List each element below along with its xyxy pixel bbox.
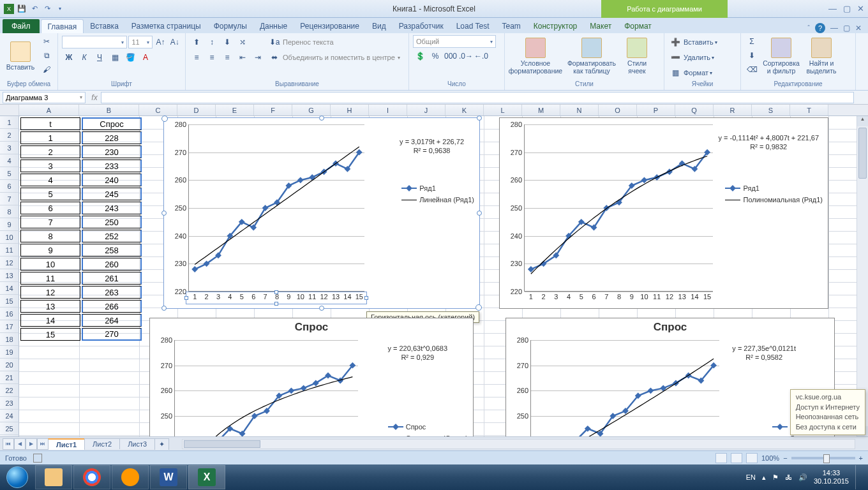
tab-design[interactable]: Конструктор	[527, 19, 583, 33]
normal-view-icon[interactable]	[715, 453, 727, 463]
fill-icon[interactable]: ⬇	[745, 49, 759, 62]
format-table-button[interactable]: Форматировать как таблицу	[565, 35, 618, 77]
row-header[interactable]: 6	[0, 180, 19, 193]
inc-decimal-icon[interactable]: .0→	[459, 50, 473, 63]
row-header[interactable]: 5	[0, 167, 19, 180]
cond-format-button[interactable]: Условное форматирование	[509, 35, 562, 77]
wrap-text-icon[interactable]: ⬇a	[267, 36, 281, 48]
taskbar-explorer[interactable]	[35, 465, 72, 489]
plot-area[interactable]: 2202302402502602702801234567891011121314…	[524, 124, 713, 292]
col-header[interactable]: D	[177, 105, 216, 115]
align-left-icon[interactable]: ≡	[190, 51, 204, 64]
vertical-scrollbar[interactable]: ▲ ▼	[857, 116, 868, 436]
tab-loadtest[interactable]: Load Test	[450, 19, 496, 33]
col-header[interactable]: F	[254, 105, 292, 115]
tab-formulas[interactable]: Формулы	[207, 19, 253, 33]
indent-dec-icon[interactable]: ⇤	[236, 51, 250, 64]
sheet-tab[interactable]: Лист3	[119, 438, 155, 449]
help-icon[interactable]: ?	[815, 23, 825, 33]
macro-record-icon[interactable]	[33, 454, 42, 463]
col-header[interactable]: H	[331, 105, 369, 115]
new-sheet-tab[interactable]: ✦	[154, 438, 169, 450]
col-header[interactable]: G	[292, 105, 331, 115]
row-header[interactable]: 10	[0, 231, 19, 244]
align-middle-icon[interactable]: ↕	[205, 36, 219, 48]
delete-cells-icon[interactable]: ➖	[668, 51, 682, 64]
cell-styles-button[interactable]: Стили ячеек	[621, 35, 653, 77]
bold-icon[interactable]: Ж	[62, 51, 76, 64]
taskbar-media[interactable]	[112, 465, 149, 489]
name-box[interactable]: Диаграмма 3	[3, 92, 86, 103]
col-header[interactable]: R	[714, 105, 752, 115]
row-header[interactable]: 7	[0, 193, 19, 205]
format-cells-icon[interactable]: ▦	[668, 66, 682, 79]
indent-inc-icon[interactable]: ⇥	[251, 51, 265, 64]
tab-layout[interactable]: Разметка страницы	[125, 19, 207, 33]
row-header[interactable]: 14	[0, 282, 19, 295]
sheet-nav-prev-icon[interactable]: ◀	[14, 438, 26, 450]
sheet-nav-next-icon[interactable]: ▶	[26, 438, 37, 450]
scroll-up-icon[interactable]: ▲	[857, 116, 868, 126]
col-header[interactable]: Q	[675, 105, 714, 115]
tab-file[interactable]: Файл	[3, 19, 40, 33]
col-header[interactable]: N	[560, 105, 599, 115]
doc-minimize-icon[interactable]: ―	[830, 24, 838, 33]
col-header[interactable]: P	[637, 105, 675, 115]
percent-icon[interactable]: %	[428, 50, 442, 63]
tab-team[interactable]: Team	[495, 19, 527, 33]
chart-2[interactable]: 2202302402502602702801234567891011121314…	[499, 117, 828, 309]
col-header[interactable]: L	[484, 105, 522, 115]
chart-title[interactable]: Спрос	[150, 321, 473, 334]
taskbar-word[interactable]: W	[150, 465, 187, 489]
row-header[interactable]: 4	[0, 154, 19, 167]
row-header[interactable]: 19	[0, 346, 19, 359]
tab-home[interactable]: Главная	[41, 19, 84, 33]
tray-clock[interactable]: 14:33 30.10.2015	[814, 469, 849, 486]
row-header[interactable]: 24	[0, 410, 19, 422]
zoom-slider[interactable]	[791, 457, 855, 459]
tab-format[interactable]: Формат	[618, 19, 658, 33]
paste-button[interactable]: Вставить	[4, 35, 37, 77]
page-layout-view-icon[interactable]	[731, 453, 742, 463]
align-top-icon[interactable]: ⬆	[190, 36, 204, 48]
worksheet-area[interactable]: ABCDEFGHIJKLMNOPQRST 1234567891011121314…	[0, 105, 868, 436]
row-header[interactable]: 16	[0, 308, 19, 320]
copy-icon[interactable]: ⧉	[40, 49, 54, 62]
grid-body[interactable]: tСпрос1228223032334240524562437250825292…	[19, 116, 857, 436]
orientation-icon[interactable]: ⤭	[236, 36, 250, 48]
find-select-button[interactable]: Найти и выделить	[804, 35, 839, 77]
ribbon-minimize-icon[interactable]: ˆ	[807, 24, 810, 32]
select-all-corner[interactable]	[0, 105, 19, 115]
tab-review[interactable]: Рецензирование	[294, 19, 366, 33]
col-header[interactable]: I	[369, 105, 407, 115]
row-header[interactable]: 13	[0, 269, 19, 282]
scroll-thumb[interactable]	[858, 128, 867, 179]
italic-icon[interactable]: К	[77, 51, 91, 64]
sort-filter-button[interactable]: Сортировка и фильтр	[761, 35, 801, 77]
zoom-out-icon[interactable]: −	[783, 454, 787, 462]
border-icon[interactable]: ▦	[108, 51, 122, 64]
chart-1[interactable]: 2202302402502602702801234567891011121314…	[163, 117, 480, 309]
legend[interactable]: Спрос Степенная (Спрос)	[388, 423, 468, 436]
col-header[interactable]: B	[79, 105, 139, 115]
format-painter-icon[interactable]: 🖌	[40, 63, 54, 76]
align-center-icon[interactable]: ≡	[205, 51, 219, 64]
cut-icon[interactable]: ✂	[40, 35, 54, 48]
tab-data[interactable]: Данные	[253, 19, 294, 33]
row-header[interactable]: 15	[0, 295, 19, 308]
tray-show-hidden-icon[interactable]: ▴	[762, 473, 766, 482]
legend[interactable]: Ряд1 Полиномиальная (Ряд1)	[725, 184, 823, 207]
row-header[interactable]: 17	[0, 320, 19, 333]
sheet-nav-first-icon[interactable]: ⏮	[3, 438, 14, 450]
doc-close-icon[interactable]: ✕	[855, 24, 862, 33]
doc-restore-icon[interactable]: ▢	[843, 24, 850, 33]
scroll-thumb[interactable]	[184, 440, 260, 448]
tray-volume-icon[interactable]: 🔊	[798, 473, 807, 482]
col-header[interactable]: C	[139, 105, 177, 115]
autosum-icon[interactable]: Σ	[745, 35, 759, 48]
row-header[interactable]: 8	[0, 205, 19, 218]
chart-4[interactable]: Спрос 2202302402502602702801234567891011…	[505, 318, 835, 436]
redo-icon[interactable]: ↷	[42, 4, 52, 14]
row-header[interactable]: 25	[0, 422, 19, 435]
category-axis-selection[interactable]	[186, 292, 367, 304]
